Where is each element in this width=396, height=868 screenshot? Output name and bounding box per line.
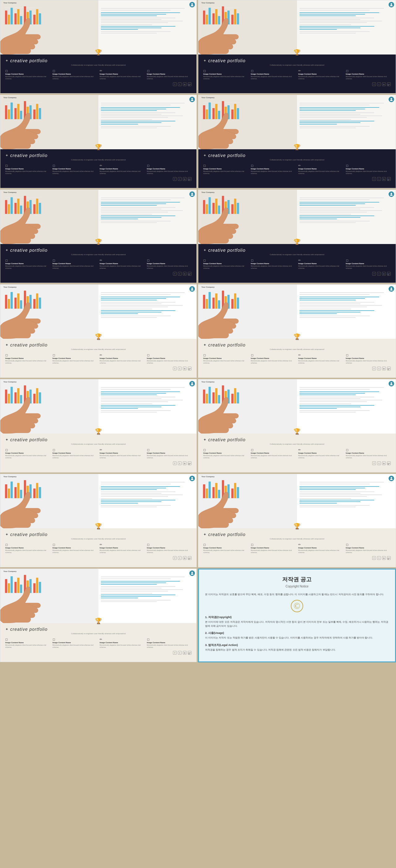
social-button[interactable]: g+ (188, 461, 192, 465)
social-buttons: fting+ (203, 272, 391, 276)
social-button[interactable]: f (372, 177, 376, 181)
social-button[interactable]: g+ (387, 177, 391, 181)
item-title: Image Content Name (5, 168, 24, 170)
document-area (98, 0, 196, 55)
footer-title-row: ✦ creative portfolio (203, 153, 391, 158)
social-button[interactable]: t (377, 556, 381, 560)
social-button[interactable]: f (372, 367, 376, 370)
social-button[interactable]: t (377, 82, 381, 86)
social-button[interactable]: g+ (188, 367, 192, 370)
social-button[interactable]: g+ (188, 272, 192, 276)
item-title: Image Content Name (147, 358, 166, 359)
avatar (189, 191, 195, 197)
item-text: Monotonically plagiarize client-focused … (298, 455, 343, 459)
avatar (389, 286, 394, 292)
portfolio-item: ◻ Image Content Name Monotonically plagi… (147, 69, 192, 80)
item-text: Monotonically plagiarize client-focused … (5, 170, 50, 175)
social-button[interactable]: f (173, 272, 177, 276)
social-button[interactable]: g+ (387, 272, 391, 276)
social-button[interactable]: in (183, 177, 187, 181)
social-button[interactable]: f (173, 461, 177, 465)
item-icon: ◻ (53, 543, 55, 546)
item-text: Monotonically plagiarize client-focused … (5, 265, 50, 270)
social-button[interactable]: f (173, 367, 177, 370)
item-text: Monotonically plagiarize client-focused … (53, 644, 97, 648)
social-button[interactable]: in (183, 651, 187, 655)
item-text: Monotonically plagiarize client-focused … (100, 170, 144, 175)
social-button[interactable]: in (382, 461, 386, 465)
item-title: Image Content Name (203, 168, 222, 170)
portfolio-title: creative portfolio (10, 627, 47, 632)
item-text: Monotonically plagiarize client-focused … (346, 360, 391, 364)
social-button[interactable]: f (173, 177, 177, 181)
social-button[interactable]: t (377, 177, 381, 181)
social-button[interactable]: g+ (188, 556, 192, 560)
social-button[interactable]: g+ (188, 177, 192, 181)
social-button[interactable]: in (183, 556, 187, 560)
footer-items-grid: ◻ Image Content Name Monotonically plagi… (203, 448, 391, 459)
item-title: Image Content Name (251, 168, 269, 170)
card-2: Your Company Business Idea (198, 0, 396, 94)
social-button[interactable]: in (382, 367, 386, 370)
social-button[interactable]: t (178, 177, 182, 181)
item-icon: ◻ (203, 353, 206, 357)
item-icon: ◻ (346, 69, 349, 72)
card-footer: ✦ creative portfolio Collaboratively re-… (0, 434, 196, 472)
doc-lines (101, 576, 194, 602)
social-button[interactable]: f (372, 272, 376, 276)
item-title: Image Content Name (5, 642, 24, 644)
social-button[interactable]: in (183, 272, 187, 276)
social-button[interactable]: f (372, 461, 376, 465)
social-button[interactable]: in (382, 556, 386, 560)
social-button[interactable]: g+ (387, 461, 391, 465)
social-button[interactable]: t (178, 82, 182, 86)
portfolio-item: ✏ Image Content Name Monotonically plagi… (298, 69, 343, 80)
social-button[interactable]: t (178, 556, 182, 560)
social-button[interactable]: t (178, 461, 182, 465)
portfolio-title: creative portfolio (10, 248, 47, 253)
portfolio-card: Your Company Business Idea (198, 474, 396, 567)
social-button[interactable]: f (372, 556, 376, 560)
item-text: Monotonically plagiarize client-focused … (53, 549, 97, 554)
portfolio-item: ✏ Image Content Name Monotonically plagi… (100, 258, 144, 270)
trophy-icon: 🏆 (95, 333, 102, 340)
portfolio-item: ◻ Image Content Name Monotonically plagi… (203, 164, 249, 175)
item-text: Monotonically plagiarize client-focused … (5, 75, 50, 80)
social-button[interactable]: in (183, 82, 187, 86)
social-button[interactable]: in (183, 461, 187, 465)
social-button[interactable]: in (382, 82, 386, 86)
item-title: Image Content Name (53, 358, 71, 359)
avatar (189, 381, 195, 386)
social-button[interactable]: t (377, 461, 381, 465)
social-button[interactable]: g+ (188, 82, 192, 86)
social-button[interactable]: g+ (188, 651, 192, 655)
social-button[interactable]: in (382, 272, 386, 276)
social-button[interactable]: t (377, 272, 381, 276)
doc-lines (299, 7, 393, 33)
portfolio-card: Your Company Business Idea (0, 379, 197, 472)
social-button[interactable]: g+ (387, 556, 391, 560)
card-13: Your Company Business Idea (0, 568, 197, 662)
social-button[interactable]: f (173, 651, 177, 655)
social-button[interactable]: t (377, 367, 381, 370)
item-icon: ✏ (298, 258, 301, 262)
social-button[interactable]: t (178, 651, 182, 655)
document-area (297, 379, 396, 434)
portfolio-item: ◻ Image Content Name Monotonically plagi… (346, 448, 391, 459)
social-button[interactable]: in (382, 177, 386, 181)
social-button[interactable]: g+ (387, 367, 391, 370)
company-label: Your Company (3, 381, 16, 383)
footer-items-grid: ◻ Image Content Name Monotonically plagi… (5, 543, 192, 554)
item-icon: ✏ (298, 543, 301, 546)
social-button[interactable]: f (372, 82, 376, 86)
item-title: Image Content Name (251, 547, 269, 549)
social-button[interactable]: f (173, 82, 177, 86)
social-button[interactable]: t (178, 367, 182, 370)
advertisement-card: 저작권 공고 Copyright Notice 본 이미지는 저작권의 보호를 … (198, 568, 396, 662)
social-button[interactable]: g+ (387, 82, 391, 86)
social-button[interactable]: in (183, 367, 187, 370)
company-label: Your Company (3, 2, 16, 4)
chart-area: Your Company Business Idea (198, 95, 297, 149)
social-button[interactable]: t (178, 272, 182, 276)
social-button[interactable]: f (173, 556, 177, 560)
